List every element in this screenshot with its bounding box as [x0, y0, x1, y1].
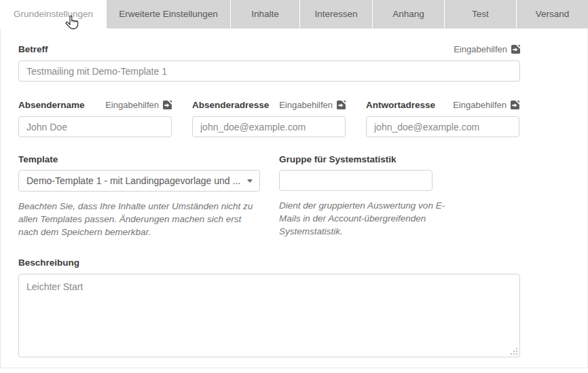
- beschreibung-label: Beschreibung: [18, 257, 79, 268]
- absendername-input[interactable]: [18, 116, 172, 137]
- tab-label: Test: [472, 9, 489, 19]
- antwortadresse-field: Antwortadresse Eingabehilfen: [366, 99, 519, 137]
- template-statistik-row: Template Demo-Template 1 - mit Landingpa…: [18, 154, 520, 238]
- eingabehilfen-icon[interactable]: [337, 101, 346, 109]
- antwortadresse-input[interactable]: [366, 116, 519, 137]
- systemstatistik-input[interactable]: [279, 170, 433, 191]
- tab-label: Inhalte: [251, 9, 279, 19]
- systemstatistik-note: Dient der gruppierten Auswertung von E-M…: [279, 199, 449, 238]
- tab-erweiterte-einstellungen[interactable]: Erweiterte Einstellungen: [107, 0, 230, 29]
- eingabehilfen-label: Eingabehilfen: [105, 100, 159, 110]
- eingabehilfen-icon[interactable]: [163, 101, 172, 109]
- sender-fields-row: Absendername Eingabehilfen: [18, 99, 520, 137]
- tab-inhalte[interactable]: Inhalte: [230, 0, 299, 29]
- absenderadresse-field: Absenderadresse Eingabehilfen: [192, 99, 346, 137]
- tab-test[interactable]: Test: [444, 0, 516, 29]
- tab-label: Interessen: [314, 9, 357, 19]
- eingabehilfen-icon[interactable]: [511, 101, 519, 109]
- beschreibung-field: Beschreibung Leichter Start: [18, 256, 520, 357]
- mailing-settings-page: { "tabs": [ {"label": "Grundeinstellunge…: [0, 0, 588, 373]
- eingabehilfen-label: Eingabehilfen: [454, 44, 507, 54]
- eingabehilfen-label: Eingabehilfen: [279, 100, 333, 110]
- absenderadresse-eingabehilfen-link[interactable]: Eingabehilfen: [279, 100, 346, 110]
- tab-anhang[interactable]: Anhang: [372, 0, 444, 29]
- tab-grundeinstellungen[interactable]: Grundeinstellungen: [0, 0, 107, 29]
- tab-label: Erweiterte Einstellungen: [119, 9, 218, 19]
- antwortadresse-label: Antwortadresse: [366, 99, 435, 111]
- template-note: Beachten Sie, dass Ihre Inhalte unter Um…: [18, 200, 260, 238]
- absenderadresse-input[interactable]: [192, 116, 346, 137]
- tab-label: Grundeinstellungen: [14, 9, 93, 19]
- template-label: Template: [18, 154, 58, 165]
- chevron-down-icon: [247, 179, 253, 183]
- systemstatistik-field: Gruppe für Systemstatistik Dient der gru…: [279, 154, 449, 238]
- eingabehilfen-icon[interactable]: [511, 45, 520, 54]
- tab-versand[interactable]: Versand: [516, 0, 588, 29]
- template-field: Template Demo-Template 1 - mit Landingpa…: [18, 154, 260, 238]
- template-select[interactable]: Demo-Template 1 - mit Landingpagevorlage…: [18, 170, 260, 192]
- absendername-eingabehilfen-link[interactable]: Eingabehilfen: [105, 100, 172, 110]
- tab-label: Versand: [536, 9, 570, 19]
- settings-tab-bar: Grundeinstellungen Erweiterte Einstellun…: [0, 0, 588, 29]
- absendername-field: Absendername Eingabehilfen: [18, 99, 172, 137]
- betreff-field-head: Betreff Eingabehilfen: [18, 43, 520, 55]
- tab-interessen[interactable]: Interessen: [299, 0, 372, 29]
- template-selected-value: Demo-Template 1 - mit Landingpagevorlage…: [26, 175, 240, 186]
- betreff-eingabehilfen-link[interactable]: Eingabehilfen: [454, 44, 520, 54]
- betreff-label: Betreff: [18, 43, 48, 55]
- antwortadresse-eingabehilfen-link[interactable]: Eingabehilfen: [453, 100, 519, 110]
- absendername-label: Absendername: [18, 99, 85, 111]
- absenderadresse-label: Absenderadresse: [192, 99, 269, 111]
- tab-label: Anhang: [392, 9, 424, 19]
- eingabehilfen-label: Eingabehilfen: [453, 100, 507, 110]
- systemstatistik-label: Gruppe für Systemstatistik: [279, 154, 397, 165]
- beschreibung-textarea[interactable]: Leichter Start: [18, 274, 520, 357]
- grundeinstellungen-panel: Betreff Eingabehilfen Absendername Einga…: [0, 29, 588, 368]
- betreff-input[interactable]: [18, 60, 520, 82]
